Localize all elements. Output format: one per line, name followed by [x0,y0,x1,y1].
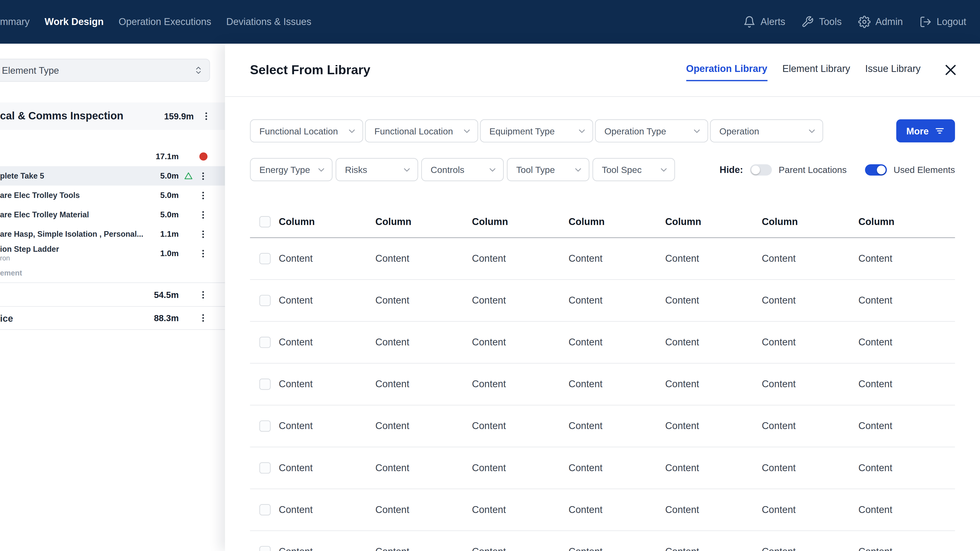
dropdown-label: Controls [431,165,464,175]
sidebar-element-row[interactable]: are Hasp, Simple Isolation , Personal...… [0,224,225,244]
tab-issue-library[interactable]: Issue Library [865,59,921,81]
hide-controls: Hide: Parent LocationsUsed Elements [720,164,955,175]
nav-item-work-design[interactable]: Work Design [45,16,103,27]
nav-item-logout[interactable]: Logout [919,16,966,28]
close-icon[interactable] [943,62,958,78]
table-cell: Content [569,504,665,515]
row-checkbox[interactable] [259,253,270,264]
more-button-label: More [906,125,929,136]
top-nav: mmaryWork DesignOperation ExecutionsDevi… [0,0,980,44]
table-row[interactable]: ContentContentContentContentContentConte… [250,531,955,551]
filter-dropdown-energy-type[interactable]: Energy Type [250,158,332,181]
sidebar-element-row[interactable]: 54.5m [0,283,225,306]
table-cell: Content [279,546,375,551]
row-checkbox[interactable] [259,337,270,348]
table-cell: Content [762,421,859,432]
table-row[interactable]: ContentContentContentContentContentConte… [250,364,955,405]
sidebar-element-row[interactable]: ice88.3m [0,306,225,330]
element-row-action-slot [197,267,209,278]
table-row[interactable]: ContentContentContentContentContentConte… [250,447,955,489]
element-type-dropdown[interactable]: Element Type [0,59,210,82]
table-cell: Content [472,337,569,348]
filter-dropdown-operation[interactable]: Operation [710,119,823,143]
nav-item-tools[interactable]: Tools [802,16,842,28]
table-cell: Content [762,295,859,306]
table-cell: Content [279,337,375,348]
table-cell: Content [279,504,375,515]
sidebar-element-row[interactable]: are Elec Trolley Material5.0m [0,205,225,224]
sidebar-element-row[interactable]: ement [0,263,225,283]
kebab-menu-icon[interactable] [198,210,208,220]
sidebar-element-row[interactable]: plete Take 55.0m [0,166,225,186]
kebab-menu-icon[interactable] [198,229,208,239]
filter-dropdown-equipment-type[interactable]: Equipment Type [480,119,593,143]
filter-dropdown-operation-type[interactable]: Operation Type [595,119,708,143]
nav-item-operation-executions[interactable]: Operation Executions [119,16,211,27]
kebab-menu-icon[interactable] [198,248,208,258]
nav-item-alerts[interactable]: Alerts [743,16,785,28]
table-header-row: ColumnColumnColumnColumnColumnColumnColu… [250,206,955,238]
toggle-used-elements[interactable] [865,164,887,175]
table-row[interactable]: ContentContentContentContentContentConte… [250,280,955,322]
table-cell: Content [762,546,859,551]
column-header: Column [665,216,762,227]
tab-operation-library[interactable]: Operation Library [686,59,767,81]
kebab-menu-icon[interactable] [201,111,211,121]
filters-row-2: Energy TypeRisksControlsTool TypeTool Sp… [250,158,955,181]
dropdown-label: Risks [345,165,367,175]
table-cell: Content [375,253,472,264]
tab-element-library[interactable]: Element Library [782,59,850,81]
table-row[interactable]: ContentContentContentContentContentConte… [250,405,955,447]
table-cell: Content [279,379,375,390]
element-row-title: ement [0,268,174,277]
table-row[interactable]: ContentContentContentContentContentConte… [250,238,955,280]
table-cell: Content [665,546,762,551]
element-row-status-slot [183,267,194,278]
table-row[interactable]: ContentContentContentContentContentConte… [250,322,955,364]
table-cell: Content [375,462,472,473]
table-cell: Content [762,462,859,473]
dropdown-label: Operation Type [605,126,666,136]
filters-row-2-dropdowns: Energy TypeRisksControlsTool TypeTool Sp… [250,158,676,181]
nav-item-admin[interactable]: Admin [858,16,903,28]
more-filters-button[interactable]: More [896,119,955,143]
row-checkbox[interactable] [259,421,270,432]
table-cell: Content [665,421,762,432]
filter-dropdown-functional-location[interactable]: Functional Location [250,119,363,143]
filter-dropdown-controls[interactable]: Controls [422,158,504,181]
row-checkbox[interactable] [259,295,270,306]
kebab-menu-icon[interactable] [198,289,208,300]
toggle-knob [877,165,885,174]
nav-item-deviations-issues[interactable]: Deviations & Issues [226,16,311,27]
table-row[interactable]: ContentContentContentContentContentConte… [250,489,955,531]
table-cell: Content [569,295,665,306]
row-checkbox-cell [250,421,279,432]
table-cell: Content [858,295,955,306]
nav-item-mmary[interactable]: mmary [0,16,30,27]
filter-dropdown-risks[interactable]: Risks [336,158,418,181]
sidebar-element-row[interactable]: ion Step Ladderron1.0m [0,244,225,263]
select-all-checkbox[interactable] [259,216,270,227]
element-row-title: are Hasp, Simple Isolation , Personal... [0,230,155,238]
kebab-menu-icon[interactable] [198,190,208,200]
row-checkbox[interactable] [259,504,270,515]
row-checkbox[interactable] [259,546,270,551]
table-body: ContentContentContentContentContentConte… [250,238,955,551]
filter-dropdown-tool-spec[interactable]: Tool Spec [593,158,675,181]
sidebar-element-row[interactable]: are Elec Trolley Tools5.0m [0,186,225,205]
element-row-duration: 88.3m [154,313,179,323]
table-cell: Content [375,546,472,551]
table-cell: Content [472,504,569,515]
sidebar-section-header: cal & Comms Inspection 159.9m [0,103,225,130]
row-checkbox[interactable] [259,462,270,473]
filter-dropdown-tool-type[interactable]: Tool Type [507,158,589,181]
element-row-title: ice [0,313,149,324]
kebab-menu-icon[interactable] [198,171,208,181]
row-checkbox[interactable] [259,379,270,390]
toggle-parent-locations[interactable] [750,164,772,175]
kebab-menu-icon[interactable] [198,313,208,323]
element-row-subtitle: ron [0,254,155,262]
filters-row-1: Functional LocationFunctional LocationEq… [250,119,955,143]
filter-dropdown-functional-location[interactable]: Functional Location [365,119,478,143]
sidebar-element-row[interactable]: 17.1m [0,147,225,166]
